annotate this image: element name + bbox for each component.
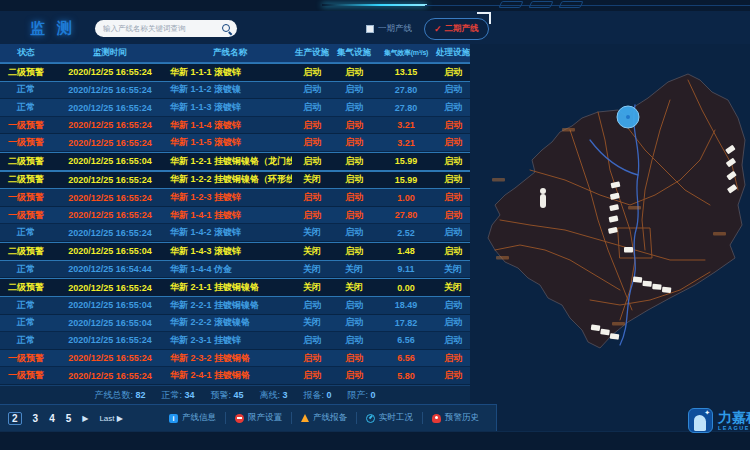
- cell-status: 二级预警: [0, 281, 52, 294]
- cell-time: 2020/12/25 16:55:24: [52, 283, 168, 293]
- highlight-circle-marker[interactable]: [617, 106, 639, 128]
- cell-name: 华新 1-2-2 挂镀铜镍铬（环形线）: [168, 173, 292, 186]
- table-row[interactable]: 正常2020/12/25 16:55:24华新 1-1-2 滚镀镍启动启动27.…: [0, 82, 470, 100]
- table-row[interactable]: 二级预警2020/12/25 16:55:24华新 1-1-1 滚镀锌启动启动1…: [0, 63, 470, 82]
- table-row[interactable]: 正常2020/12/25 16:54:44华新 1-4-4 仿金关闭关闭9.11…: [0, 261, 470, 279]
- cell-gas: 启动: [332, 226, 376, 239]
- glow-line-decor: [322, 4, 427, 6]
- cell-prod: 启动: [292, 101, 332, 114]
- table-header-row: 状态监测时间产线名称生产设施集气设施集气效率(m³/s)处理设施: [0, 44, 470, 63]
- cell-gas: 启动: [332, 299, 376, 312]
- legend-button-triangle[interactable]: 产线报备: [291, 412, 356, 424]
- decor-rect: [528, 1, 553, 8]
- table-row[interactable]: 一级预警2020/12/25 16:55:24华新 2-4-1 挂镀铜铬启动启动…: [0, 367, 470, 385]
- cell-status: 正常: [0, 316, 52, 329]
- cell-name: 华新 1-4-1 挂镀锌: [168, 209, 292, 222]
- cell-treat: 关闭: [436, 263, 470, 276]
- cell-eff: 27.80: [376, 103, 436, 113]
- cell-eff: 27.80: [376, 210, 436, 220]
- cell-time: 2020/12/25 16:55:24: [52, 138, 168, 148]
- summary-item: 产线总数: 82: [94, 389, 145, 402]
- cell-name: 华新 2-1-1 挂镀铜镍铬: [168, 281, 292, 294]
- table-row[interactable]: 一级预警2020/12/25 16:55:24华新 1-4-1 挂镀锌启动启动2…: [0, 207, 470, 225]
- table-rows: 二级预警2020/12/25 16:55:24华新 1-1-1 滚镀锌启动启动1…: [0, 63, 470, 385]
- cell-prod: 关闭: [292, 281, 332, 294]
- cell-treat: 启动: [436, 83, 470, 96]
- bottom-strip: [0, 431, 750, 450]
- cell-gas: 启动: [332, 209, 376, 222]
- cell-prod: 启动: [292, 119, 332, 132]
- table-row[interactable]: 二级预警2020/12/25 16:55:24华新 2-1-1 挂镀铜镍铬关闭关…: [0, 278, 470, 297]
- table-row[interactable]: 正常2020/12/25 16:55:04华新 2-2-1 挂镀铜镍铬启动启动1…: [0, 297, 470, 315]
- legend-label: 产线信息: [182, 412, 216, 424]
- region-map: [470, 44, 750, 404]
- cell-name: 华新 2-4-1 挂镀铜铬: [168, 369, 292, 382]
- cell-eff: 0.00: [376, 283, 436, 293]
- legend-buttons: 产线信息限产设置产线报备实时工况预警历史: [160, 412, 488, 424]
- cell-name: 华新 2-2-1 挂镀铜镍铬: [168, 299, 292, 312]
- cell-eff: 6.56: [376, 353, 436, 363]
- cell-time: 2020/12/25 16:55:24: [52, 103, 168, 113]
- cell-name: 华新 1-1-3 滚镀锌: [168, 101, 292, 114]
- legend-button-alarm[interactable]: 预警历史: [422, 412, 488, 424]
- legend-button-gauge[interactable]: 实时工况: [356, 412, 422, 424]
- table-row[interactable]: 二级预警2020/12/25 16:55:24华新 1-2-2 挂镀铜镍铬（环形…: [0, 171, 470, 190]
- cell-prod: 启动: [292, 83, 332, 96]
- cell-name: 华新 1-1-4 滚镀锌: [168, 119, 292, 132]
- legend-label: 预警历史: [445, 412, 479, 424]
- column-header-treat: 处理设施: [436, 47, 470, 59]
- page-button-5[interactable]: 5: [66, 413, 72, 424]
- table-row[interactable]: 正常2020/12/25 16:55:24华新 1-4-2 滚镀锌关闭启动2.5…: [0, 224, 470, 242]
- last-page-button[interactable]: Last ▶: [99, 414, 123, 423]
- cell-prod: 启动: [292, 352, 332, 365]
- cell-treat: 启动: [436, 334, 470, 347]
- next-page-icon[interactable]: ▶: [82, 414, 88, 423]
- map-panel[interactable]: [470, 44, 750, 404]
- logo-icon: [688, 408, 713, 433]
- page-button-3[interactable]: 3: [33, 413, 39, 424]
- table-row[interactable]: 一级预警2020/12/25 16:55:24华新 1-1-4 滚镀锌启动启动3…: [0, 117, 470, 135]
- logo-subtitle: LEAGUE TECH: [718, 426, 750, 432]
- cell-eff: 3.21: [376, 138, 436, 148]
- cell-status: 二级预警: [0, 66, 52, 79]
- cell-gas: 启动: [332, 352, 376, 365]
- phase2-label: 二期产线: [445, 23, 479, 35]
- legend-button-info[interactable]: 产线信息: [160, 412, 225, 424]
- table-row[interactable]: 一级预警2020/12/25 16:55:24华新 1-1-5 滚镀锌启动启动3…: [0, 134, 470, 152]
- table-row[interactable]: 一级预警2020/12/25 16:55:24华新 2-3-2 挂镀铜铬启动启动…: [0, 350, 470, 368]
- table-row[interactable]: 正常2020/12/25 16:55:04华新 2-2-2 滚镀镍铬关闭启动17…: [0, 315, 470, 333]
- corner-bracket-decor: [477, 12, 491, 24]
- page-button-4[interactable]: 4: [49, 413, 55, 424]
- table-row[interactable]: 正常2020/12/25 16:55:24华新 2-3-1 挂镀锌启动启动6.5…: [0, 332, 470, 350]
- cell-time: 2020/12/25 16:55:24: [52, 85, 168, 95]
- logo-name: 力嘉科技: [718, 410, 750, 424]
- phase1-checkbox[interactable]: 一期产线: [366, 23, 412, 35]
- thin-line-decor: [425, 5, 750, 6]
- checkbox-icon: [366, 25, 374, 33]
- page-button-2[interactable]: 2: [8, 412, 22, 425]
- cell-gas: 启动: [332, 136, 376, 149]
- table-row[interactable]: 正常2020/12/25 16:55:24华新 1-1-3 滚镀锌启动启动27.…: [0, 99, 470, 117]
- cell-eff: 15.99: [376, 175, 436, 185]
- search-input[interactable]: [103, 24, 221, 33]
- cell-time: 2020/12/25 16:55:04: [52, 318, 168, 328]
- cell-eff: 1.00: [376, 193, 436, 203]
- cell-gas: 启动: [332, 369, 376, 382]
- table-row[interactable]: 一级预警2020/12/25 16:55:24华新 1-2-3 挂镀锌启动启动1…: [0, 189, 470, 207]
- legend-button-no-entry[interactable]: 限产设置: [225, 412, 291, 424]
- cell-time: 2020/12/25 16:55:24: [52, 371, 168, 381]
- cell-prod: 启动: [292, 334, 332, 347]
- cell-prod: 关闭: [292, 173, 332, 186]
- cell-name: 华新 1-2-3 挂镀锌: [168, 191, 292, 204]
- search-icon[interactable]: [221, 23, 233, 35]
- summary-item: 报备: 0: [304, 389, 332, 402]
- table-row[interactable]: 二级预警2020/12/25 16:55:04华新 1-2-1 挂镀铜镍铬（龙门…: [0, 152, 470, 171]
- table-row[interactable]: 二级预警2020/12/25 16:55:04华新 1-4-3 滚镀锌关闭启动1…: [0, 242, 470, 261]
- cell-time: 2020/12/25 16:55:24: [52, 120, 168, 130]
- summary-item: 限产: 0: [348, 389, 376, 402]
- cell-eff: 15.99: [376, 156, 436, 166]
- cell-status: 二级预警: [0, 245, 52, 258]
- decor-rect: [558, 1, 583, 8]
- cell-status: 正常: [0, 226, 52, 239]
- cell-eff: 1.48: [376, 246, 436, 256]
